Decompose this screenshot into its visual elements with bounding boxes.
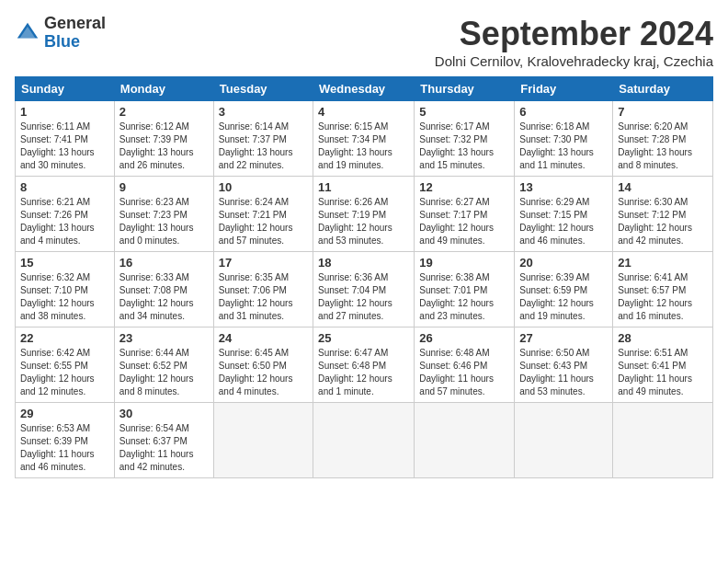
calendar-week-row: 15 Sunrise: 6:32 AM Sunset: 7:10 PM Dayl…: [16, 252, 713, 327]
sunset: Sunset: 7:06 PM: [219, 285, 287, 295]
table-row: 27 Sunrise: 6:50 AM Sunset: 6:43 PM Dayl…: [515, 327, 613, 403]
daylight: Daylight: 12 hours and 49 minutes.: [419, 223, 494, 246]
table-row: [515, 403, 613, 478]
daylight: Daylight: 12 hours and 19 minutes.: [519, 298, 594, 321]
header-wednesday: Wednesday: [313, 77, 415, 101]
daylight: Daylight: 11 hours and 53 minutes.: [519, 373, 594, 396]
table-row: 16 Sunrise: 6:33 AM Sunset: 7:08 PM Dayl…: [114, 252, 213, 327]
day-info: Sunrise: 6:29 AM Sunset: 7:15 PM Dayligh…: [519, 196, 608, 247]
header: General Blue September 2024 Dolni Cernil…: [15, 15, 713, 69]
sunset: Sunset: 7:10 PM: [20, 285, 88, 295]
day-number: 12: [419, 180, 509, 194]
sunset: Sunset: 7:37 PM: [219, 134, 287, 144]
day-info: Sunrise: 6:39 AM Sunset: 6:59 PM Dayligh…: [519, 271, 608, 323]
sunrise: Sunrise: 6:15 AM: [318, 121, 388, 132]
logo-general: General: [44, 14, 106, 32]
sunrise: Sunrise: 6:47 AM: [318, 348, 388, 358]
sunset: Sunset: 6:43 PM: [519, 361, 587, 371]
day-info: Sunrise: 6:24 AM Sunset: 7:21 PM Dayligh…: [219, 196, 308, 247]
sunset: Sunset: 6:50 PM: [219, 361, 287, 371]
sunrise: Sunrise: 6:12 AM: [119, 121, 189, 132]
sunset: Sunset: 7:19 PM: [318, 210, 386, 220]
sunrise: Sunrise: 6:54 AM: [119, 423, 189, 433]
day-number: 25: [318, 331, 409, 345]
day-info: Sunrise: 6:36 AM Sunset: 7:04 PM Dayligh…: [318, 271, 409, 323]
table-row: 7 Sunrise: 6:20 AM Sunset: 7:28 PM Dayli…: [613, 101, 713, 177]
sunrise: Sunrise: 6:29 AM: [519, 197, 589, 207]
day-info: Sunrise: 6:33 AM Sunset: 7:08 PM Dayligh…: [119, 271, 209, 323]
sunrise: Sunrise: 6:35 AM: [219, 272, 289, 282]
daylight: Daylight: 12 hours and 12 minutes.: [20, 373, 95, 396]
day-info: Sunrise: 6:20 AM Sunset: 7:28 PM Dayligh…: [618, 121, 708, 172]
sunrise: Sunrise: 6:45 AM: [219, 348, 289, 358]
sunrise: Sunrise: 6:53 AM: [20, 423, 90, 433]
day-number: 14: [618, 180, 708, 194]
sunrise: Sunrise: 6:44 AM: [119, 348, 189, 358]
logo-icon: [15, 20, 40, 46]
sunset: Sunset: 6:55 PM: [20, 361, 88, 371]
day-info: Sunrise: 6:26 AM Sunset: 7:19 PM Dayligh…: [318, 196, 409, 247]
daylight: Daylight: 13 hours and 26 minutes.: [119, 147, 194, 170]
calendar-week-row: 22 Sunrise: 6:42 AM Sunset: 6:55 PM Dayl…: [16, 327, 713, 403]
table-row: 23 Sunrise: 6:44 AM Sunset: 6:52 PM Dayl…: [114, 327, 213, 403]
day-info: Sunrise: 6:23 AM Sunset: 7:23 PM Dayligh…: [119, 196, 209, 247]
sunset: Sunset: 6:39 PM: [20, 436, 88, 446]
sunset: Sunset: 7:15 PM: [519, 210, 587, 220]
sunrise: Sunrise: 6:41 AM: [618, 272, 688, 282]
day-info: Sunrise: 6:18 AM Sunset: 7:30 PM Dayligh…: [519, 121, 608, 172]
day-number: 28: [618, 331, 708, 345]
day-number: 3: [219, 105, 308, 119]
sunset: Sunset: 7:28 PM: [618, 134, 686, 144]
sunset: Sunset: 7:26 PM: [20, 210, 88, 220]
daylight: Daylight: 13 hours and 22 minutes.: [219, 147, 293, 170]
logo-text: General Blue: [44, 15, 106, 52]
sunset: Sunset: 7:12 PM: [618, 210, 686, 220]
day-info: Sunrise: 6:45 AM Sunset: 6:50 PM Dayligh…: [219, 347, 308, 398]
sunrise: Sunrise: 6:24 AM: [219, 197, 289, 207]
table-row: 28 Sunrise: 6:51 AM Sunset: 6:41 PM Dayl…: [613, 327, 713, 403]
day-info: Sunrise: 6:15 AM Sunset: 7:34 PM Dayligh…: [318, 121, 409, 172]
table-row: 19 Sunrise: 6:38 AM Sunset: 7:01 PM Dayl…: [415, 252, 515, 327]
sunset: Sunset: 6:57 PM: [618, 285, 686, 295]
sunset: Sunset: 6:59 PM: [519, 285, 587, 295]
daylight: Daylight: 11 hours and 49 minutes.: [618, 373, 692, 396]
table-row: 2 Sunrise: 6:12 AM Sunset: 7:39 PM Dayli…: [114, 101, 213, 177]
day-number: 11: [318, 180, 409, 194]
daylight: Daylight: 12 hours and 1 minute.: [318, 373, 392, 396]
daylight: Daylight: 12 hours and 57 minutes.: [219, 223, 293, 246]
sunrise: Sunrise: 6:17 AM: [419, 121, 489, 132]
daylight: Daylight: 12 hours and 23 minutes.: [419, 298, 494, 321]
daylight: Daylight: 12 hours and 38 minutes.: [20, 298, 95, 321]
table-row: [415, 403, 515, 478]
logo-blue: Blue: [44, 32, 80, 51]
logo: General Blue: [15, 15, 106, 52]
sunrise: Sunrise: 6:23 AM: [119, 197, 189, 207]
daylight: Daylight: 12 hours and 4 minutes.: [219, 373, 293, 396]
calendar-title: September 2024: [435, 15, 713, 53]
day-number: 10: [219, 180, 308, 194]
sunrise: Sunrise: 6:36 AM: [318, 272, 388, 282]
table-row: [613, 403, 713, 478]
table-row: 17 Sunrise: 6:35 AM Sunset: 7:06 PM Dayl…: [213, 252, 313, 327]
sunrise: Sunrise: 6:51 AM: [618, 348, 688, 358]
table-row: 10 Sunrise: 6:24 AM Sunset: 7:21 PM Dayl…: [213, 177, 313, 252]
day-info: Sunrise: 6:11 AM Sunset: 7:41 PM Dayligh…: [20, 121, 109, 172]
header-monday: Monday: [114, 77, 213, 101]
daylight: Daylight: 12 hours and 53 minutes.: [318, 223, 392, 246]
sunset: Sunset: 7:01 PM: [419, 285, 487, 295]
day-number: 13: [519, 180, 608, 194]
sunrise: Sunrise: 6:30 AM: [618, 197, 688, 207]
table-row: 6 Sunrise: 6:18 AM Sunset: 7:30 PM Dayli…: [515, 101, 613, 177]
table-row: 4 Sunrise: 6:15 AM Sunset: 7:34 PM Dayli…: [313, 101, 415, 177]
day-info: Sunrise: 6:44 AM Sunset: 6:52 PM Dayligh…: [119, 347, 209, 398]
day-number: 15: [20, 256, 109, 270]
sunrise: Sunrise: 6:48 AM: [419, 348, 489, 358]
day-info: Sunrise: 6:32 AM Sunset: 7:10 PM Dayligh…: [20, 271, 109, 323]
sunset: Sunset: 7:39 PM: [119, 134, 188, 144]
table-row: 8 Sunrise: 6:21 AM Sunset: 7:26 PM Dayli…: [16, 177, 115, 252]
day-info: Sunrise: 6:48 AM Sunset: 6:46 PM Dayligh…: [419, 347, 509, 398]
day-info: Sunrise: 6:51 AM Sunset: 6:41 PM Dayligh…: [618, 347, 708, 398]
sunrise: Sunrise: 6:11 AM: [20, 121, 90, 132]
sunrise: Sunrise: 6:50 AM: [519, 348, 589, 358]
table-row: [313, 403, 415, 478]
